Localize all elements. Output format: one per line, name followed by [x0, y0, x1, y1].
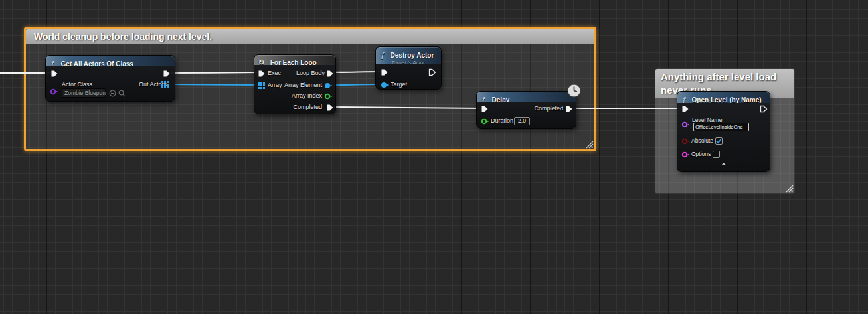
exec-out-pin[interactable] [428, 68, 436, 76]
blueprint-graph-canvas[interactable]: World cleanup before loading next level.… [0, 0, 868, 314]
node-destroy-actor[interactable]: ƒ Destroy Actor Target is Actor Target [375, 46, 442, 90]
node-subtitle: Target is Actor [391, 60, 441, 64]
completed-pin-label: Completed [274, 104, 322, 111]
exec-in-pin[interactable] [50, 70, 58, 78]
options-pin-label: Options [691, 151, 711, 158]
exec-out-pin[interactable] [760, 105, 768, 113]
node-delay[interactable]: ƒ Delay Completed Duration 2.0 [476, 91, 576, 129]
loop-body-exec-out-pin[interactable] [326, 70, 334, 78]
duration-pin[interactable] [481, 118, 489, 125]
completed-exec-out-pin[interactable] [326, 104, 334, 112]
node-for-each-loop[interactable]: ↻ For Each Loop Exec Loop Body Array Arr… [254, 54, 336, 114]
level-name-text-input[interactable]: OfficeLevelInsideOne [693, 123, 749, 131]
latent-clock-icon [567, 84, 581, 98]
level-name-pin[interactable] [681, 121, 690, 128]
completed-exec-out-pin[interactable] [565, 105, 573, 113]
actor-class-dropdown-value: Zombie Blueprin [64, 90, 106, 96]
node-get-all-actors-of-class[interactable]: ƒ Get All Actors Of Class Actor Class Ou… [45, 55, 175, 102]
completed-pin-label: Completed [517, 105, 563, 112]
exec-in-pin[interactable] [681, 105, 689, 113]
exec-in-pin[interactable] [481, 105, 489, 113]
absolute-pin[interactable] [681, 138, 690, 145]
exec-out-pin[interactable] [163, 70, 171, 78]
function-icon: ƒ [481, 96, 485, 102]
out-actors-row: Out Actors [139, 81, 208, 88]
absolute-checkbox[interactable] [715, 137, 723, 145]
array-element-pin[interactable] [324, 82, 333, 89]
target-pin-label: Target [391, 81, 407, 88]
function-icon: ƒ [381, 51, 385, 59]
node-header[interactable]: ↻ For Each Loop [254, 55, 335, 65]
exec-in-pin[interactable] [258, 70, 266, 78]
browse-asset-icon[interactable] [118, 90, 126, 97]
node-header[interactable]: ƒ Open Level (by Name) [677, 92, 770, 103]
options-pin[interactable] [681, 151, 690, 158]
node-header[interactable]: ƒ Delay [477, 92, 576, 102]
loop-body-pin-label: Loop Body [281, 70, 325, 77]
exec-in-pin[interactable] [381, 68, 389, 76]
actor-class-pin-label: Actor Class [62, 81, 92, 88]
absolute-pin-label: Absolute [691, 137, 713, 145]
node-title: Delay [492, 96, 510, 102]
duration-pin-label: Duration [491, 118, 513, 125]
loop-icon: ↻ [258, 58, 264, 65]
node-header[interactable]: ƒ Destroy Actor Target is Actor [376, 47, 441, 64]
use-selected-asset-icon[interactable] [109, 90, 116, 97]
actor-class-dropdown[interactable]: ⌄ Zombie Blueprin [62, 88, 106, 98]
node-open-level[interactable]: ƒ Open Level (by Name) Level Name Office… [677, 91, 770, 172]
array-element-pin-label: Array Element [274, 82, 322, 89]
array-index-pin-label: Array Index [274, 92, 322, 100]
node-header[interactable]: ƒ Get All Actors Of Class [46, 56, 175, 66]
function-icon: ƒ [682, 96, 686, 103]
node-title: Open Level (by Name) [692, 96, 762, 103]
array-in-pin[interactable] [258, 82, 265, 89]
duration-value-input[interactable]: 2.0 [514, 117, 530, 125]
wire-exec-getall-foreach [166, 72, 260, 73]
wire-exec-completed-delay [331, 107, 483, 108]
node-title: Destroy Actor [391, 52, 434, 59]
actor-class-pin[interactable] [50, 88, 58, 95]
node-title: For Each Loop [270, 59, 317, 65]
out-actors-array-pin[interactable] [161, 81, 169, 88]
target-pin[interactable] [381, 82, 389, 88]
node-title: Get All Actors Of Class [61, 60, 133, 66]
collapse-node-chevron[interactable]: ⌃ [721, 163, 727, 169]
array-index-pin[interactable] [324, 93, 333, 100]
function-icon: ƒ [50, 60, 54, 66]
exec-pin-label: Exec [268, 70, 281, 77]
options-checkbox[interactable] [713, 151, 720, 158]
